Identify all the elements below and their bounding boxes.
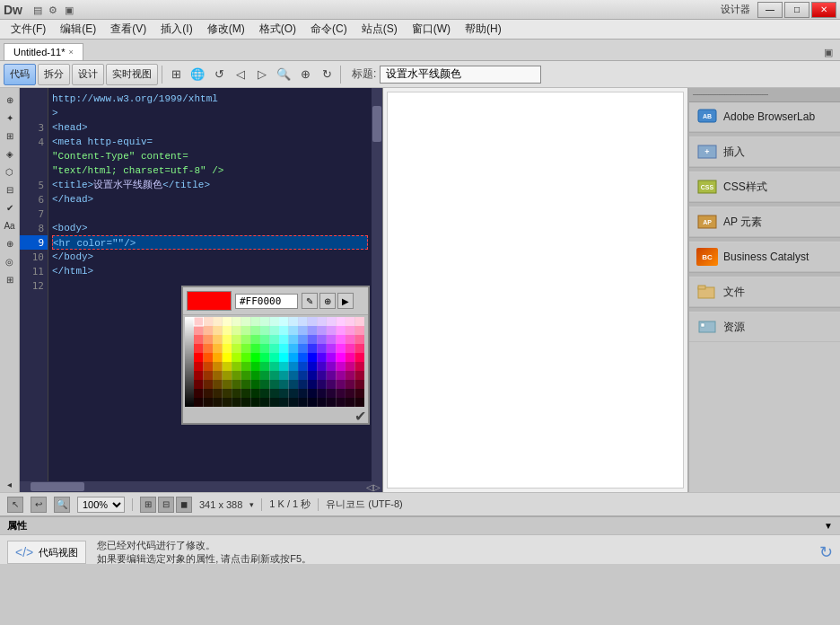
scroll-left-arrow[interactable]: ◁ bbox=[366, 482, 373, 492]
insert-icon: + bbox=[696, 143, 718, 161]
file-management-icon[interactable]: ⊞ bbox=[166, 65, 186, 84]
code-view-toggle[interactable]: </> 代码视图 bbox=[7, 541, 86, 564]
split-view-icon[interactable]: ⊟ bbox=[158, 497, 174, 513]
zoom-out-icon[interactable]: 🔍 bbox=[274, 65, 293, 84]
panel-toggle-icon[interactable]: ▣ bbox=[820, 45, 836, 60]
line-num-8: 8 bbox=[20, 221, 48, 235]
scrollbar-thumb[interactable] bbox=[372, 106, 381, 142]
close-button[interactable]: ✕ bbox=[811, 2, 836, 18]
code-line-6: "text/html; charset=utf-8" /> bbox=[52, 163, 368, 178]
color-system-icon[interactable]: ⊕ bbox=[319, 293, 336, 309]
sidebar-icon-1[interactable]: ⊕ bbox=[2, 92, 18, 108]
panel-item-css[interactable]: CSS CSS样式 bbox=[689, 172, 840, 202]
navigate-fwd-icon[interactable]: ▷ bbox=[252, 65, 272, 84]
code-view-button[interactable]: 代码 bbox=[4, 64, 36, 85]
design-view-button[interactable]: 设计 bbox=[72, 64, 104, 85]
minimize-button[interactable]: — bbox=[757, 2, 783, 18]
color-hex-input[interactable] bbox=[235, 294, 298, 309]
sidebar-icon-7[interactable]: ✔ bbox=[2, 199, 18, 216]
css-label: CSS样式 bbox=[723, 180, 833, 195]
code-view-icon[interactable]: ⊞ bbox=[140, 497, 156, 513]
panel-item-ap[interactable]: AP AP 元素 bbox=[689, 207, 840, 237]
menu-icon-2[interactable]: ⚙ bbox=[48, 4, 57, 15]
undo-icon[interactable]: ↩ bbox=[31, 497, 47, 513]
refresh-icon[interactable]: ↺ bbox=[209, 65, 229, 84]
preview-panel bbox=[382, 88, 687, 492]
status-sep-1 bbox=[132, 498, 133, 511]
panel-item-insert[interactable]: + 插入 bbox=[689, 137, 840, 167]
panel-item-bc[interactable]: BC Business Catalyst bbox=[689, 242, 840, 272]
sidebar-icon-5[interactable]: ⬡ bbox=[2, 163, 18, 180]
scroll-arrows: ◁ ▷ bbox=[366, 482, 381, 492]
horizontal-scrollbar[interactable]: ◁ ▷ bbox=[20, 481, 382, 492]
menu-icon-3[interactable]: ▣ bbox=[65, 4, 74, 15]
menu-modify[interactable]: 修改(M) bbox=[200, 20, 252, 39]
right-panel-separator-1: ┄┄┄┄┄┄┄┄┄┄┄┄┄┄ bbox=[689, 88, 840, 102]
sidebar-icon-4[interactable]: ◈ bbox=[2, 145, 18, 162]
refresh2-icon[interactable]: ↻ bbox=[317, 65, 337, 84]
properties-message: 您已经对代码进行了修改。 如果要编辑选定对象的属性, 请点击刷新或按F5。 bbox=[97, 539, 311, 567]
right-panel: ┄┄┄┄┄┄┄┄┄┄┄┄┄┄ AB Adobe BrowserLab + 插入 bbox=[687, 88, 840, 492]
menu-file[interactable]: 文件(F) bbox=[4, 20, 53, 39]
split-view-button[interactable]: 拆分 bbox=[38, 64, 70, 85]
menu-format[interactable]: 格式(O) bbox=[252, 20, 303, 39]
menu-command[interactable]: 命令(C) bbox=[303, 20, 354, 39]
sidebar-icon-8[interactable]: Aa bbox=[2, 217, 18, 233]
properties-content: </> 代码视图 您已经对代码进行了修改。 如果要编辑选定对象的属性, 请点击刷… bbox=[0, 535, 840, 570]
encoding-label: 유니코드 (UTF-8) bbox=[326, 497, 403, 511]
live-view-button[interactable]: 实时视图 bbox=[106, 64, 158, 85]
status-sep-3 bbox=[318, 498, 319, 511]
panel-item-browserlab[interactable]: AB Adobe BrowserLab bbox=[689, 102, 840, 132]
left-sidebar: ⊕ ✦ ⊞ ◈ ⬡ ⊟ ✔ Aa ⊕ ◎ ⊞ ◂ bbox=[0, 88, 20, 492]
line-num-blank1 bbox=[20, 92, 48, 106]
color-palette-canvas[interactable] bbox=[185, 317, 364, 407]
color-picker-popup: ✎ ⊕ ▶ ✔ bbox=[181, 286, 370, 425]
properties-collapse-icon[interactable]: ▼ bbox=[824, 521, 833, 531]
color-expand-icon[interactable]: ▶ bbox=[337, 293, 354, 309]
vertical-scrollbar[interactable] bbox=[372, 88, 382, 481]
navigate-back-icon[interactable]: ◁ bbox=[231, 65, 250, 84]
menu-window[interactable]: 窗口(W) bbox=[405, 20, 458, 39]
sidebar-icon-10[interactable]: ◎ bbox=[2, 253, 18, 269]
page-title-input[interactable] bbox=[380, 66, 541, 84]
properties-title: 属性 bbox=[7, 519, 27, 533]
line-num-blank4 bbox=[20, 163, 48, 178]
panel-item-assets[interactable]: 资源 bbox=[689, 312, 840, 342]
tab-label: Untitled-11* bbox=[13, 47, 65, 57]
menu-icon-1[interactable]: ▤ bbox=[33, 4, 42, 15]
maximize-button[interactable]: □ bbox=[784, 2, 809, 18]
toolbar-icons-group: ▤ ⚙ ▣ bbox=[33, 4, 74, 16]
sidebar-icon-3[interactable]: ⊞ bbox=[2, 128, 18, 144]
menu-insert[interactable]: 插入(I) bbox=[153, 20, 199, 39]
panel-item-files[interactable]: 文件 bbox=[689, 277, 840, 307]
menu-view[interactable]: 查看(V) bbox=[103, 20, 153, 39]
code-line-12: </body> bbox=[52, 250, 368, 264]
zoom-in-icon[interactable]: ⊕ bbox=[295, 65, 315, 84]
menu-edit[interactable]: 编辑(E) bbox=[53, 20, 103, 39]
sidebar-icon-bottom[interactable]: ◂ bbox=[2, 476, 18, 492]
zoom-icon[interactable]: 🔍 bbox=[54, 497, 70, 513]
h-scrollbar-thumb[interactable] bbox=[31, 482, 84, 491]
svg-text:+: + bbox=[704, 147, 709, 156]
sidebar-icon-11[interactable]: ⊞ bbox=[2, 271, 18, 287]
color-confirm-icon[interactable]: ✔ bbox=[354, 408, 366, 425]
refresh-properties-icon[interactable]: ↻ bbox=[819, 542, 833, 562]
line-num-4: 4 bbox=[20, 135, 48, 149]
document-tab[interactable]: Untitled-11* × bbox=[4, 43, 83, 60]
design-view-icon[interactable]: ◼ bbox=[176, 497, 192, 513]
menu-help[interactable]: 帮助(H) bbox=[458, 20, 509, 39]
scroll-right-arrow[interactable]: ▷ bbox=[373, 482, 381, 492]
zoom-select[interactable]: 100% bbox=[77, 497, 125, 513]
tab-close-button[interactable]: × bbox=[68, 48, 73, 57]
sidebar-icon-9[interactable]: ⊕ bbox=[2, 235, 18, 251]
toolbar-divider-2 bbox=[340, 66, 341, 84]
status-sep-2 bbox=[261, 498, 262, 511]
color-eyedropper-icon[interactable]: ✎ bbox=[302, 293, 318, 309]
dimensions-arrow: ▾ bbox=[249, 500, 254, 509]
menu-site[interactable]: 站点(S) bbox=[354, 20, 405, 39]
browser-preview-icon[interactable]: 🌐 bbox=[188, 65, 207, 84]
sidebar-icon-2[interactable]: ✦ bbox=[2, 110, 18, 126]
assets-icon bbox=[696, 318, 718, 336]
sidebar-icon-6[interactable]: ⊟ bbox=[2, 181, 18, 198]
cursor-icon[interactable]: ↖ bbox=[7, 497, 23, 513]
